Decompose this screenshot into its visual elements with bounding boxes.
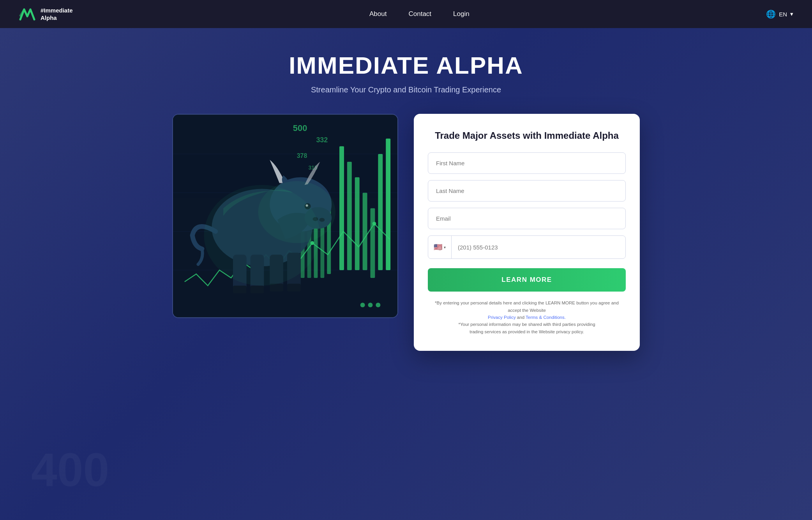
last-name-input[interactable] <box>428 180 626 202</box>
language-label: EN <box>779 11 787 18</box>
svg-point-26 <box>376 302 380 307</box>
logo-text: #Immediate Alpha <box>41 7 73 22</box>
signup-form-card: Trade Major Assets with Immediate Alpha … <box>414 114 640 351</box>
bull-image-card: 500 332 378 315 <box>172 114 398 318</box>
svg-rect-15 <box>386 138 390 270</box>
form-disclaimer: *By entering your personal details here … <box>428 299 626 335</box>
nav-links: About Contact Login <box>369 10 470 18</box>
language-arrow-icon: ▾ <box>790 11 793 18</box>
hero-content: 500 332 378 315 <box>172 114 640 351</box>
nav-about[interactable]: About <box>369 10 387 18</box>
hero-section: IMMEDIATE ALPHA Streamline Your Crypto a… <box>0 28 812 520</box>
logo-icon <box>19 5 36 23</box>
svg-rect-10 <box>347 162 352 270</box>
hero-title: IMMEDIATE ALPHA <box>289 51 523 79</box>
svg-point-24 <box>360 302 365 307</box>
language-selector[interactable]: 🌐 EN ▾ <box>766 9 793 19</box>
svg-point-25 <box>368 302 373 307</box>
svg-rect-39 <box>251 286 264 294</box>
last-name-group <box>428 180 626 202</box>
svg-rect-14 <box>378 154 383 270</box>
email-group <box>428 208 626 229</box>
phone-field: 🇺🇸 ▾ <box>428 235 626 259</box>
phone-dropdown-arrow: ▾ <box>444 245 446 249</box>
phone-input[interactable] <box>452 237 625 258</box>
flag-emoji: 🇺🇸 <box>434 243 442 251</box>
phone-flag-selector[interactable]: 🇺🇸 ▾ <box>428 236 452 258</box>
nav-login[interactable]: Login <box>453 10 470 18</box>
form-title: Trade Major Assets with Immediate Alpha <box>428 129 626 141</box>
phone-group: 🇺🇸 ▾ <box>428 235 626 259</box>
svg-point-43 <box>258 181 335 243</box>
bull-image: 500 332 378 315 <box>173 115 397 317</box>
svg-rect-9 <box>339 146 344 270</box>
svg-rect-12 <box>363 193 367 270</box>
svg-rect-13 <box>370 208 375 278</box>
email-input[interactable] <box>428 208 626 229</box>
svg-text:378: 378 <box>297 152 307 159</box>
first-name-input[interactable] <box>428 152 626 174</box>
svg-text:500: 500 <box>293 123 307 133</box>
bull-chart-illustration: 500 332 378 315 <box>173 115 397 317</box>
logo[interactable]: #Immediate Alpha <box>19 5 73 23</box>
first-name-group <box>428 152 626 174</box>
globe-icon: 🌐 <box>766 9 776 19</box>
svg-text:332: 332 <box>316 136 328 144</box>
navbar: #Immediate Alpha About Contact Login 🌐 E… <box>0 0 812 28</box>
learn-more-button[interactable]: LEARN MORE <box>428 268 626 292</box>
svg-point-23 <box>372 222 376 226</box>
svg-rect-11 <box>355 177 360 270</box>
svg-rect-41 <box>287 284 301 292</box>
svg-rect-38 <box>233 286 247 294</box>
nav-contact[interactable]: Contact <box>408 10 431 18</box>
terms-link[interactable]: Terms & Conditions. <box>526 315 566 320</box>
hero-subtitle: Streamline Your Crypto and Bitcoin Tradi… <box>311 85 501 94</box>
privacy-policy-link[interactable]: Privacy Policy <box>488 315 516 320</box>
